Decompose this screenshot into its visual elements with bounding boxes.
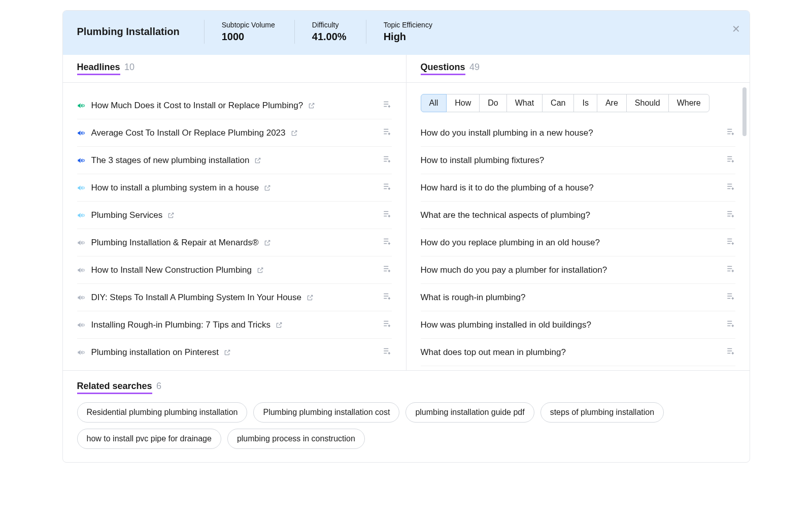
add-button[interactable] — [726, 182, 735, 193]
add-to-list-icon — [726, 127, 735, 136]
tab-are[interactable]: Are — [597, 94, 627, 112]
modal-body: Headlines 10 How Much Does it Cost to In… — [63, 55, 750, 371]
headlines-column: Headlines 10 How Much Does it Cost to In… — [63, 55, 407, 371]
add-to-list-icon — [383, 154, 392, 164]
add-button[interactable] — [726, 237, 735, 248]
question-row[interactable]: What are the technical aspects of plumbi… — [421, 202, 735, 229]
megaphone-icon — [77, 294, 85, 302]
add-to-list-icon — [726, 264, 735, 273]
metric-label: Difficulty — [312, 21, 347, 29]
headlines-title: Headlines — [77, 62, 120, 75]
related-chips: Residential plumbing plumbing installati… — [77, 402, 735, 449]
add-button[interactable] — [383, 346, 392, 358]
metric-value: 1000 — [222, 31, 275, 43]
tab-what[interactable]: What — [506, 94, 543, 112]
add-button[interactable] — [726, 319, 735, 331]
metric-topic-efficiency: Topic Efficiency High — [366, 20, 432, 44]
related-chip[interactable]: plumbing installation guide pdf — [405, 402, 534, 423]
headlines-header: Headlines 10 — [63, 55, 406, 83]
add-to-list-icon — [383, 209, 392, 218]
add-button[interactable] — [726, 292, 735, 303]
headline-text: How to Install New Construction Plumbing — [91, 265, 252, 275]
megaphone-icon — [77, 266, 85, 274]
related-chip[interactable]: steps of plumbing installation — [540, 402, 664, 423]
megaphone-icon — [77, 102, 85, 110]
tab-is[interactable]: Is — [573, 94, 597, 112]
headline-row[interactable]: DIY: Steps To Install A Plumbing System … — [77, 284, 392, 311]
scrollbar-thumb[interactable] — [742, 87, 747, 136]
add-to-list-icon — [726, 154, 735, 164]
tab-all[interactable]: All — [421, 94, 447, 112]
related-chip[interactable]: plumbing process in construction — [227, 429, 365, 449]
headline-row[interactable]: How to install a plumbing system in a ho… — [77, 174, 392, 202]
question-text: How hard is it to do the plumbing of a h… — [421, 183, 594, 193]
add-button[interactable] — [383, 319, 392, 331]
topic-detail-modal: Plumbing Installation Subtopic Volume 10… — [62, 10, 750, 463]
question-text: How was plumbing installed in old buildi… — [421, 320, 591, 330]
related-count: 6 — [156, 381, 161, 391]
add-button[interactable] — [383, 209, 392, 221]
related-chip[interactable]: Residential plumbing plumbing installati… — [77, 402, 248, 423]
add-button[interactable] — [383, 127, 392, 139]
question-row[interactable]: How do you replace plumbing in an old ho… — [421, 229, 735, 256]
add-button[interactable] — [383, 237, 392, 248]
external-link-icon — [264, 239, 271, 246]
add-button[interactable] — [383, 182, 392, 193]
close-button[interactable]: ✕ — [732, 23, 740, 35]
add-button[interactable] — [726, 346, 735, 358]
question-row[interactable]: How much do you pay a plumber for instal… — [421, 256, 735, 284]
headline-row[interactable]: Average Cost To Install Or Replace Plumb… — [77, 119, 392, 147]
megaphone-icon — [77, 321, 85, 329]
questions-count: 49 — [469, 62, 480, 72]
add-to-list-icon — [726, 182, 735, 191]
add-to-list-icon — [383, 237, 392, 246]
tab-do[interactable]: Do — [479, 94, 506, 112]
megaphone-icon — [77, 348, 85, 357]
headline-row[interactable]: Installing Rough-in Plumbing: 7 Tips and… — [77, 311, 392, 339]
question-row[interactable]: How was plumbing installed in old buildi… — [421, 311, 735, 339]
topic-title: Plumbing Installation — [77, 20, 185, 38]
megaphone-icon — [77, 184, 85, 192]
add-button[interactable] — [383, 154, 392, 166]
question-row[interactable]: How do you install plumbing in a new hou… — [421, 119, 735, 147]
external-link-icon — [224, 349, 231, 356]
tab-should[interactable]: Should — [626, 94, 669, 112]
question-row[interactable]: What is rough-in plumbing? — [421, 284, 735, 311]
headline-row[interactable]: Plumbing installation on Pinterest — [77, 339, 392, 366]
tab-can[interactable]: Can — [542, 94, 574, 112]
related-chip[interactable]: Plumbing plumbing installation cost — [253, 402, 399, 423]
headline-row[interactable]: How Much Does it Cost to Install or Repl… — [77, 92, 392, 119]
external-link-icon — [257, 267, 264, 274]
add-button[interactable] — [726, 154, 735, 166]
modal-header: Plumbing Installation Subtopic Volume 10… — [63, 11, 750, 55]
megaphone-icon — [77, 239, 85, 247]
add-to-list-icon — [726, 346, 735, 356]
add-to-list-icon — [726, 319, 735, 328]
add-to-list-icon — [383, 264, 392, 273]
questions-list: How do you install plumbing in a new hou… — [407, 114, 750, 370]
add-to-list-icon — [383, 182, 392, 191]
add-button[interactable] — [383, 100, 392, 111]
headline-text: Plumbing Services — [91, 210, 163, 220]
headline-text: Average Cost To Install Or Replace Plumb… — [91, 128, 286, 138]
question-text: How to install plumbing fixtures? — [421, 155, 545, 166]
add-button[interactable] — [383, 292, 392, 303]
headline-row[interactable]: The 3 stages of new plumbing installatio… — [77, 147, 392, 174]
add-button[interactable] — [726, 209, 735, 221]
headline-row[interactable]: Plumbing Services — [77, 202, 392, 229]
tab-where[interactable]: Where — [668, 94, 709, 112]
megaphone-icon — [77, 129, 85, 137]
add-button[interactable] — [383, 264, 392, 276]
question-row[interactable]: How to install plumbing fixtures? — [421, 147, 735, 174]
tab-how[interactable]: How — [446, 94, 480, 112]
headline-row[interactable]: Plumbing Installation & Repair at Menard… — [77, 229, 392, 256]
headline-text: Plumbing installation on Pinterest — [91, 347, 219, 358]
headline-row[interactable]: How to Install New Construction Plumbing — [77, 256, 392, 284]
question-row[interactable]: How hard is it to do the plumbing of a h… — [421, 174, 735, 202]
related-chip[interactable]: how to install pvc pipe for drainage — [77, 429, 221, 449]
metric-value: High — [384, 31, 432, 43]
add-button[interactable] — [726, 127, 735, 139]
add-button[interactable] — [726, 264, 735, 276]
question-row[interactable]: What does top out mean in plumbing? — [421, 339, 735, 366]
metric-label: Topic Efficiency — [384, 21, 432, 29]
